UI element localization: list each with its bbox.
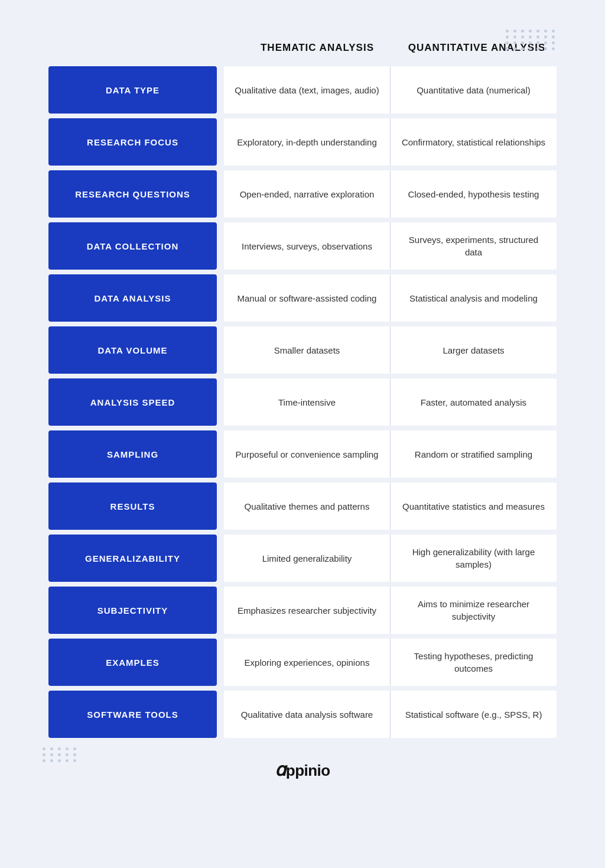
row-label-11: EXAMPLES [48, 639, 217, 686]
row-thematic-6: Time-intensive [224, 378, 391, 426]
table-row: RESEARCH QUESTIONSOpen-ended, narrative … [48, 170, 557, 218]
row-thematic-7: Purposeful or convenience sampling [224, 430, 391, 478]
table-row: ANALYSIS SPEEDTime-intensiveFaster, auto… [48, 378, 557, 426]
row-label-10: SUBJECTIVITY [48, 587, 217, 634]
row-quantitative-8: Quantitative statistics and measures [391, 482, 557, 530]
row-label-0: DATA TYPE [48, 66, 217, 114]
row-quantitative-1: Confirmatory, statistical relationships [391, 118, 557, 166]
row-quantitative-10: Aims to minimize researcher subjectivity [391, 587, 557, 634]
row-label-12: SOFTWARE TOOLS [48, 691, 217, 738]
row-quantitative-7: Random or stratified sampling [391, 430, 557, 478]
row-thematic-11: Exploring experiences, opinions [224, 639, 391, 686]
table-row: DATA VOLUMESmaller datasetsLarger datase… [48, 326, 557, 374]
row-label-3: DATA COLLECTION [48, 222, 217, 270]
row-quantitative-11: Testing hypotheses, predicting outcomes [391, 639, 557, 686]
row-quantitative-9: High generalizability (with large sample… [391, 535, 557, 582]
row-label-9: GENERALIZABILITY [48, 535, 217, 582]
decorative-dots-top [506, 30, 557, 50]
table-row: SOFTWARE TOOLSQualitative data analysis … [48, 691, 557, 738]
table-row: SAMPLINGPurposeful or convenience sampli… [48, 430, 557, 478]
decorative-dots-bottom [43, 747, 78, 762]
row-label-6: ANALYSIS SPEED [48, 378, 217, 426]
row-label-8: RESULTS [48, 482, 217, 530]
table-row: RESEARCH FOCUSExploratory, in-depth unde… [48, 118, 557, 166]
comparison-table: DATA TYPEQualitative data (text, images,… [48, 66, 557, 738]
table-row: GENERALIZABILITYLimited generalizability… [48, 535, 557, 582]
row-thematic-1: Exploratory, in-depth understanding [224, 118, 391, 166]
header-thematic: THEMATIC ANALYSIS [238, 35, 397, 60]
table-row: RESULTSQualitative themes and patternsQu… [48, 482, 557, 530]
table-row: DATA ANALYSISManual or software-assisted… [48, 274, 557, 322]
row-thematic-8: Qualitative themes and patterns [224, 482, 391, 530]
brand-footer: ɑppinio [48, 759, 557, 780]
row-quantitative-2: Closed-ended, hypothesis testing [391, 170, 557, 218]
page-container: THEMATIC ANALYSIS QUANTITATIVE ANALYSIS … [31, 12, 574, 809]
row-thematic-4: Manual or software-assisted coding [224, 274, 391, 322]
brand-name: ppinio [286, 762, 330, 779]
row-label-1: RESEARCH FOCUS [48, 118, 217, 166]
table-row: SUBJECTIVITYEmphasizes researcher subjec… [48, 587, 557, 634]
row-thematic-9: Limited generalizability [224, 535, 391, 582]
row-thematic-0: Qualitative data (text, images, audio) [224, 66, 391, 114]
brand-icon-a: ɑ [275, 760, 286, 779]
row-thematic-10: Emphasizes researcher subjectivity [224, 587, 391, 634]
row-quantitative-5: Larger datasets [391, 326, 557, 374]
row-label-7: SAMPLING [48, 430, 217, 478]
row-quantitative-12: Statistical software (e.g., SPSS, R) [391, 691, 557, 738]
table-row: DATA TYPEQualitative data (text, images,… [48, 66, 557, 114]
row-quantitative-4: Statistical analysis and modeling [391, 274, 557, 322]
row-thematic-12: Qualitative data analysis software [224, 691, 391, 738]
row-quantitative-0: Quantitative data (numerical) [391, 66, 557, 114]
row-label-2: RESEARCH QUESTIONS [48, 170, 217, 218]
row-quantitative-6: Faster, automated analysis [391, 378, 557, 426]
row-label-4: DATA ANALYSIS [48, 274, 217, 322]
row-thematic-2: Open-ended, narrative exploration [224, 170, 391, 218]
header-label-spacer [48, 35, 238, 60]
row-label-5: DATA VOLUME [48, 326, 217, 374]
table-row: DATA COLLECTIONInterviews, surveys, obse… [48, 222, 557, 270]
row-thematic-3: Interviews, surveys, observations [224, 222, 391, 270]
column-headers: THEMATIC ANALYSIS QUANTITATIVE ANALYSIS [48, 35, 557, 60]
table-row: EXAMPLESExploring experiences, opinionsT… [48, 639, 557, 686]
row-quantitative-3: Surveys, experiments, structured data [391, 222, 557, 270]
row-thematic-5: Smaller datasets [224, 326, 391, 374]
